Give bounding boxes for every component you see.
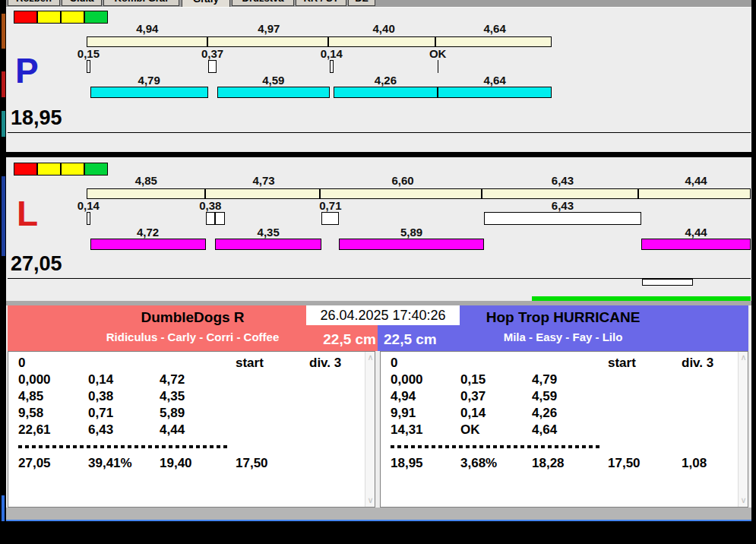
right-table-cell: 0,15 <box>460 372 486 387</box>
split-time-segment <box>482 189 640 198</box>
left-table-total: 19,40 <box>160 456 192 471</box>
right-table-cell: 0,37 <box>460 389 486 404</box>
right-table-cell: OK <box>460 422 480 438</box>
left-scrollbar[interactable]: ∧∨ <box>365 352 375 507</box>
changeover-box <box>87 212 90 225</box>
right-table-total: 3,68% <box>460 456 497 471</box>
tab-dz[interactable]: DZ <box>348 0 375 6</box>
traffic-light <box>61 11 84 24</box>
scroll-up-icon[interactable]: ∧ <box>739 353 748 362</box>
right-table-total: 17,50 <box>608 456 641 471</box>
run-label: 4,35 <box>215 226 322 239</box>
tab-rozb-h[interactable]: Rozběh <box>8 0 60 6</box>
right-table-header-div: div. 3 <box>682 356 713 371</box>
segment-label: 4,73 <box>206 174 322 187</box>
changeover-box <box>208 60 217 73</box>
split-time-segment <box>321 189 482 198</box>
right-table-total: 18,95 <box>391 456 423 471</box>
scroll-down-icon[interactable]: ∨ <box>739 495 748 504</box>
tab-kr-st[interactable]: KR / ST <box>296 0 346 6</box>
left-jump-height: 22,5 cm <box>312 331 376 348</box>
traffic-light <box>61 163 84 176</box>
traffic-light <box>37 163 61 176</box>
split-time-segment <box>208 37 330 46</box>
left-table-total: 17,50 <box>236 456 268 471</box>
changeover-box <box>206 212 215 225</box>
right-table-cell: 4,94 <box>391 389 416 404</box>
tab-kombi-graf[interactable]: Kombi Graf <box>103 0 179 6</box>
run-bar <box>641 239 750 250</box>
tab-grafy[interactable]: Grafy <box>182 0 230 8</box>
left-table-cell: 0,71 <box>88 406 113 421</box>
left-table-total: 27,05 <box>18 456 51 471</box>
run-bar <box>334 87 438 98</box>
right-result-table <box>380 351 748 508</box>
left-table-cell: 0,14 <box>88 372 113 387</box>
segment-label: 4,85 <box>87 174 206 187</box>
run-label: 4,26 <box>334 74 438 87</box>
right-table-cell: 4,59 <box>532 389 557 404</box>
run-label: 4,44 <box>641 226 750 239</box>
tab-dru-stva[interactable]: Družstva <box>232 0 294 6</box>
segment-label: 4,94 <box>87 22 208 35</box>
left-table-dash-line <box>18 445 229 448</box>
split-time-bar <box>87 36 552 47</box>
right-scrollbar[interactable]: ∧∨ <box>738 352 748 507</box>
right-table-dash-line <box>391 445 602 448</box>
right-table-cell: 9,91 <box>391 406 416 421</box>
segment-label: 4,44 <box>641 174 750 187</box>
desktop-sliver <box>2 14 5 49</box>
scroll-up-icon[interactable]: ∧ <box>365 353 375 362</box>
run-label: 5,89 <box>339 226 483 239</box>
datetime-box: 26.04.2025 17:40:26 <box>306 305 460 325</box>
lane-total-time: 18,95 <box>11 108 62 128</box>
right-table-header-zero: 0 <box>391 356 397 371</box>
right-table-cell: 14,31 <box>391 422 423 438</box>
traffic-light <box>37 11 61 24</box>
right-table-header-start: start <box>608 356 636 371</box>
traffic-light <box>14 11 37 24</box>
left-table-total: 39,41% <box>88 456 132 471</box>
left-table-cell: 4,35 <box>160 389 185 404</box>
left-table-cell: 22,61 <box>18 422 51 438</box>
segment-label: 4,97 <box>208 22 331 35</box>
right-table-total: 1,08 <box>682 456 707 471</box>
lane-rule <box>8 278 751 279</box>
changeover-label: 6,43 <box>528 199 596 212</box>
run-label: 4,72 <box>90 226 206 239</box>
run-bar <box>438 87 552 98</box>
run-bar <box>339 239 483 250</box>
tab--idla[interactable]: Čidla <box>62 0 102 6</box>
tab-bar: RozběhČidlaKombi GrafGrafyDružstvaKR / S… <box>6 0 751 8</box>
lane-total-time: 27,05 <box>11 254 62 274</box>
changeover-label: 0,38 <box>176 199 245 212</box>
split-time-segment <box>436 37 549 46</box>
changeover-label: 0,71 <box>296 199 365 212</box>
right-table-total: 18,28 <box>532 456 565 471</box>
right-table-cell: 4,79 <box>532 372 557 387</box>
changeover-label: 0,14 <box>297 47 365 60</box>
run-label: 4,79 <box>90 74 208 87</box>
changeover-label: 0,15 <box>54 47 122 60</box>
left-table-header-div: div. 3 <box>309 356 341 371</box>
changeover-box <box>321 212 339 225</box>
traffic-light <box>14 163 37 176</box>
run-bar <box>90 239 206 250</box>
left-table-cell: 6,43 <box>88 422 113 438</box>
run-bar <box>215 239 322 250</box>
changeover-box <box>330 60 334 73</box>
desktop-sliver <box>2 111 5 137</box>
scroll-down-icon[interactable]: ∨ <box>365 495 375 504</box>
bottom-accent-line <box>6 520 751 521</box>
run-bar <box>217 87 331 98</box>
segment-label: 4,40 <box>330 22 438 35</box>
changeover-box <box>87 60 90 73</box>
segment-label: 4,64 <box>438 22 552 35</box>
run-label: 4,64 <box>438 74 552 87</box>
left-table-cell: 4,72 <box>160 372 185 387</box>
left-result-table <box>8 351 375 508</box>
left-table-header-start: start <box>236 356 264 371</box>
left-table-cell: 4,85 <box>18 389 43 404</box>
left-table-cell: 9,58 <box>18 406 43 421</box>
changeover-label: OK <box>403 47 472 60</box>
